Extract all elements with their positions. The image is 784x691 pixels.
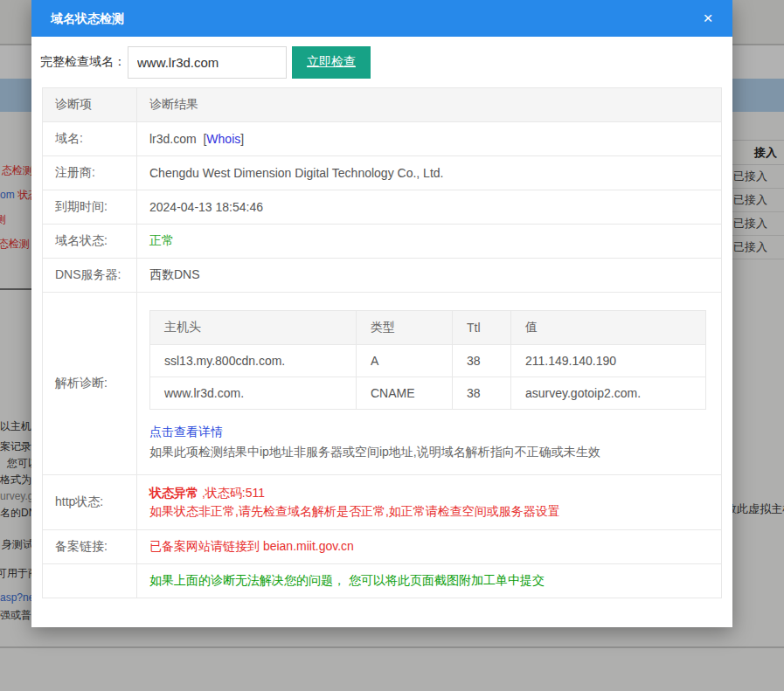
expiry-label: 到期时间: (43, 190, 137, 225)
domain-value: lr3d.com (149, 132, 197, 146)
table-row: 域名: lr3d.com [Whois] (43, 122, 722, 156)
dns-record-row: www.lr3d.com. CNAME 38 asurvey.gotoip2.c… (150, 377, 706, 410)
record-ttl: 38 (453, 345, 511, 377)
beian-cell: 已备案网站请链接到 beian.miit.gov.cn (137, 530, 722, 564)
value-header: 值 (511, 311, 706, 345)
type-header: 类型 (357, 311, 453, 345)
record-type: A (357, 345, 453, 377)
record-type: CNAME (357, 377, 453, 410)
dns-records-table: 主机头 类型 Ttl 值 ssl13.my.800cdn.com. A 38 2… (149, 310, 706, 410)
http-status-label: http状态: (43, 475, 137, 530)
domain-input[interactable] (128, 46, 287, 79)
registrar-label: 注册商: (43, 156, 137, 190)
table-row: 注册商: Chengdu West Dimension Digital Tech… (43, 156, 722, 190)
domain-value-cell: lr3d.com [Whois] (137, 122, 722, 156)
domain-status-cell: 正常 (137, 225, 722, 259)
domain-input-label: 完整检查域名： (40, 54, 126, 70)
http-status-cell: 状态异常 ,状态码:511 如果状态非正常,请先检查域名解析是否正常,如正常请检… (137, 475, 722, 530)
ttl-header: Ttl (453, 311, 511, 345)
beian-link[interactable]: beian.miit.gov.cn (263, 539, 354, 553)
host-header: 主机头 (150, 311, 357, 345)
registrar-value: Chengdu West Dimension Digital Technolog… (137, 156, 722, 190)
dns-record-row: ssl13.my.800cdn.com. A 38 211.149.140.19… (150, 345, 706, 377)
domain-check-form: 完整检查域名： 立即检查 (31, 37, 732, 87)
check-now-button[interactable]: 立即检查 (292, 46, 371, 79)
diagnosis-table: 诊断项 诊断结果 域名: lr3d.com [Whois] 注册商: Cheng… (42, 87, 722, 598)
footer-note-cell: 如果上面的诊断无法解决您的问题， 您可以将此页面截图附加工单中提交 (137, 564, 722, 598)
dns-server-label: DNS服务器: (43, 259, 137, 293)
beian-prefix: 已备案网站请链接到 (149, 539, 263, 553)
resolution-cell: 主机头 类型 Ttl 值 ssl13.my.800cdn.com. A 38 2… (137, 293, 722, 475)
beian-label: 备案链接: (43, 530, 137, 564)
footer-note: 如果上面的诊断无法解决您的问题， 您可以将此页面截图附加工单中提交 (149, 573, 545, 587)
domain-label: 域名: (43, 122, 137, 156)
expiry-value: 2024-04-13 18:54:46 (137, 190, 722, 225)
table-row: 如果上面的诊断无法解决您的问题， 您可以将此页面截图附加工单中提交 (43, 564, 722, 598)
http-status-note: 如果状态非正常,请先检查域名解析是否正常,如正常请检查空间或服务器设置 (149, 502, 709, 521)
record-value: asurvey.gotoip2.com. (511, 377, 706, 410)
dialog-title: 域名状态检测 (51, 11, 124, 25)
http-status-value: 状态异常 (149, 486, 198, 500)
whois-link[interactable]: Whois (206, 132, 240, 146)
dialog-header: 域名状态检测 × (31, 0, 732, 37)
record-host: ssl13.my.800cdn.com. (150, 345, 357, 377)
dns-records-header-row: 主机头 类型 Ttl 值 (150, 311, 706, 345)
record-value: 211.149.140.190 (511, 345, 706, 377)
table-row: 到期时间: 2024-04-13 18:54:46 (43, 190, 722, 225)
table-row: http状态: 状态异常 ,状态码:511 如果状态非正常,请先检查域名解析是否… (43, 475, 722, 530)
table-row: 域名状态: 正常 (43, 225, 722, 259)
bracket: ] (240, 132, 244, 146)
diagnosis-result-header: 诊断结果 (137, 88, 722, 122)
status-badge: 正常 (149, 233, 174, 247)
domain-status-check-dialog: 域名状态检测 × 完整检查域名： 立即检查 诊断项 诊断结果 域名: lr3d.… (31, 0, 732, 627)
table-row: 解析诊断: 主机头 类型 Ttl 值 ssl13.my.800cdn.com. … (43, 293, 722, 475)
table-row: 备案链接: 已备案网站请链接到 beian.miit.gov.cn (43, 530, 722, 564)
dns-server-value: 西数DNS (137, 259, 722, 293)
table-header-row: 诊断项 诊断结果 (43, 88, 722, 122)
view-details-link[interactable]: 点击查看详情 (149, 425, 223, 440)
empty-label-cell (43, 564, 137, 598)
table-row: DNS服务器: 西数DNS (43, 259, 722, 293)
http-status-code: ,状态码:511 (198, 486, 265, 500)
resolution-label: 解析诊断: (43, 293, 137, 475)
record-ttl: 38 (453, 377, 511, 410)
diagnosis-item-header: 诊断项 (43, 88, 137, 122)
close-icon[interactable]: × (694, 0, 722, 37)
record-host: www.lr3d.com. (150, 377, 357, 410)
resolution-note: 如果此项检测结果中ip地址非服务器或空间ip地址,说明域名解析指向不正确或未生效 (149, 445, 709, 460)
domain-status-label: 域名状态: (43, 225, 137, 259)
